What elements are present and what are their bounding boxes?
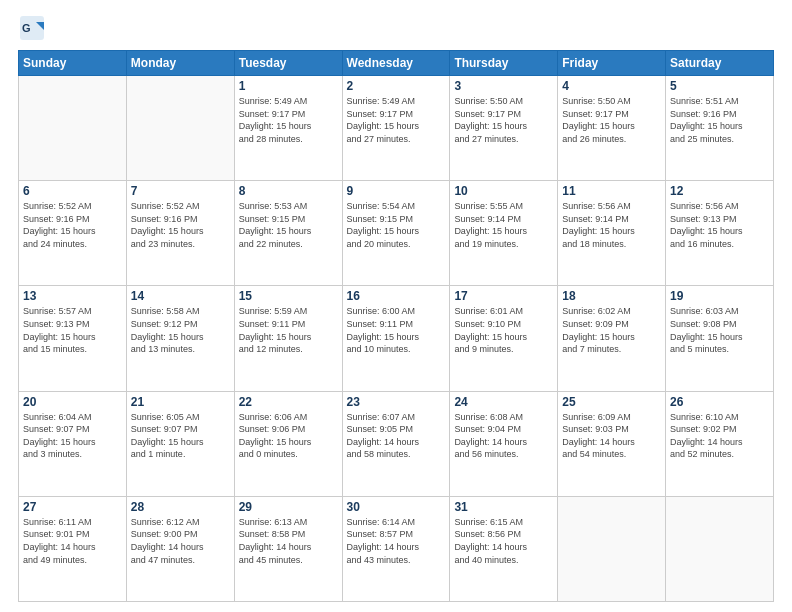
header: G [18,14,774,42]
calendar-cell: 26Sunrise: 6:10 AM Sunset: 9:02 PM Dayli… [666,391,774,496]
day-number: 14 [131,289,230,303]
calendar-cell: 31Sunrise: 6:15 AM Sunset: 8:56 PM Dayli… [450,496,558,601]
day-detail: Sunrise: 5:52 AM Sunset: 9:16 PM Dayligh… [131,200,230,250]
col-header-tuesday: Tuesday [234,51,342,76]
calendar-cell: 18Sunrise: 6:02 AM Sunset: 9:09 PM Dayli… [558,286,666,391]
day-number: 21 [131,395,230,409]
day-number: 26 [670,395,769,409]
day-number: 15 [239,289,338,303]
calendar-cell: 27Sunrise: 6:11 AM Sunset: 9:01 PM Dayli… [19,496,127,601]
day-detail: Sunrise: 6:04 AM Sunset: 9:07 PM Dayligh… [23,411,122,461]
day-number: 16 [347,289,446,303]
day-detail: Sunrise: 6:01 AM Sunset: 9:10 PM Dayligh… [454,305,553,355]
calendar-cell [19,76,127,181]
calendar-cell [666,496,774,601]
day-number: 3 [454,79,553,93]
day-detail: Sunrise: 5:54 AM Sunset: 9:15 PM Dayligh… [347,200,446,250]
day-detail: Sunrise: 5:57 AM Sunset: 9:13 PM Dayligh… [23,305,122,355]
day-number: 31 [454,500,553,514]
calendar-cell: 3Sunrise: 5:50 AM Sunset: 9:17 PM Daylig… [450,76,558,181]
day-detail: Sunrise: 5:52 AM Sunset: 9:16 PM Dayligh… [23,200,122,250]
day-number: 9 [347,184,446,198]
day-detail: Sunrise: 6:02 AM Sunset: 9:09 PM Dayligh… [562,305,661,355]
calendar-cell: 17Sunrise: 6:01 AM Sunset: 9:10 PM Dayli… [450,286,558,391]
calendar-cell: 14Sunrise: 5:58 AM Sunset: 9:12 PM Dayli… [126,286,234,391]
day-detail: Sunrise: 6:13 AM Sunset: 8:58 PM Dayligh… [239,516,338,566]
days-header-row: SundayMondayTuesdayWednesdayThursdayFrid… [19,51,774,76]
day-detail: Sunrise: 6:11 AM Sunset: 9:01 PM Dayligh… [23,516,122,566]
day-detail: Sunrise: 6:07 AM Sunset: 9:05 PM Dayligh… [347,411,446,461]
day-number: 4 [562,79,661,93]
calendar-cell [558,496,666,601]
logo-icon: G [18,14,46,42]
week-row-3: 13Sunrise: 5:57 AM Sunset: 9:13 PM Dayli… [19,286,774,391]
week-row-2: 6Sunrise: 5:52 AM Sunset: 9:16 PM Daylig… [19,181,774,286]
col-header-thursday: Thursday [450,51,558,76]
day-number: 12 [670,184,769,198]
logo: G [18,14,50,42]
day-detail: Sunrise: 5:50 AM Sunset: 9:17 PM Dayligh… [562,95,661,145]
calendar-cell: 24Sunrise: 6:08 AM Sunset: 9:04 PM Dayli… [450,391,558,496]
day-detail: Sunrise: 6:06 AM Sunset: 9:06 PM Dayligh… [239,411,338,461]
day-number: 10 [454,184,553,198]
calendar-cell: 8Sunrise: 5:53 AM Sunset: 9:15 PM Daylig… [234,181,342,286]
col-header-monday: Monday [126,51,234,76]
calendar-cell: 4Sunrise: 5:50 AM Sunset: 9:17 PM Daylig… [558,76,666,181]
day-detail: Sunrise: 6:03 AM Sunset: 9:08 PM Dayligh… [670,305,769,355]
day-detail: Sunrise: 5:56 AM Sunset: 9:13 PM Dayligh… [670,200,769,250]
calendar-cell: 2Sunrise: 5:49 AM Sunset: 9:17 PM Daylig… [342,76,450,181]
calendar-cell: 20Sunrise: 6:04 AM Sunset: 9:07 PM Dayli… [19,391,127,496]
day-number: 17 [454,289,553,303]
day-number: 1 [239,79,338,93]
svg-text:G: G [22,22,31,34]
day-number: 29 [239,500,338,514]
calendar-cell [126,76,234,181]
page: G SundayMondayTuesdayWednesdayThursdayFr… [0,0,792,612]
calendar-cell: 6Sunrise: 5:52 AM Sunset: 9:16 PM Daylig… [19,181,127,286]
calendar-cell: 28Sunrise: 6:12 AM Sunset: 9:00 PM Dayli… [126,496,234,601]
day-number: 5 [670,79,769,93]
day-number: 11 [562,184,661,198]
calendar-cell: 11Sunrise: 5:56 AM Sunset: 9:14 PM Dayli… [558,181,666,286]
day-detail: Sunrise: 5:51 AM Sunset: 9:16 PM Dayligh… [670,95,769,145]
calendar-cell: 29Sunrise: 6:13 AM Sunset: 8:58 PM Dayli… [234,496,342,601]
day-number: 7 [131,184,230,198]
week-row-5: 27Sunrise: 6:11 AM Sunset: 9:01 PM Dayli… [19,496,774,601]
calendar-cell: 9Sunrise: 5:54 AM Sunset: 9:15 PM Daylig… [342,181,450,286]
day-detail: Sunrise: 5:53 AM Sunset: 9:15 PM Dayligh… [239,200,338,250]
day-number: 20 [23,395,122,409]
calendar-cell: 1Sunrise: 5:49 AM Sunset: 9:17 PM Daylig… [234,76,342,181]
calendar-cell: 25Sunrise: 6:09 AM Sunset: 9:03 PM Dayli… [558,391,666,496]
calendar-cell: 5Sunrise: 5:51 AM Sunset: 9:16 PM Daylig… [666,76,774,181]
day-detail: Sunrise: 6:14 AM Sunset: 8:57 PM Dayligh… [347,516,446,566]
calendar-cell: 15Sunrise: 5:59 AM Sunset: 9:11 PM Dayli… [234,286,342,391]
day-detail: Sunrise: 6:08 AM Sunset: 9:04 PM Dayligh… [454,411,553,461]
col-header-sunday: Sunday [19,51,127,76]
calendar-cell: 10Sunrise: 5:55 AM Sunset: 9:14 PM Dayli… [450,181,558,286]
day-number: 24 [454,395,553,409]
calendar-cell: 7Sunrise: 5:52 AM Sunset: 9:16 PM Daylig… [126,181,234,286]
calendar-cell: 23Sunrise: 6:07 AM Sunset: 9:05 PM Dayli… [342,391,450,496]
day-number: 18 [562,289,661,303]
calendar-cell: 21Sunrise: 6:05 AM Sunset: 9:07 PM Dayli… [126,391,234,496]
day-detail: Sunrise: 5:49 AM Sunset: 9:17 PM Dayligh… [239,95,338,145]
day-detail: Sunrise: 5:59 AM Sunset: 9:11 PM Dayligh… [239,305,338,355]
col-header-wednesday: Wednesday [342,51,450,76]
col-header-friday: Friday [558,51,666,76]
calendar-table: SundayMondayTuesdayWednesdayThursdayFrid… [18,50,774,602]
day-detail: Sunrise: 5:58 AM Sunset: 9:12 PM Dayligh… [131,305,230,355]
day-detail: Sunrise: 6:15 AM Sunset: 8:56 PM Dayligh… [454,516,553,566]
calendar-cell: 22Sunrise: 6:06 AM Sunset: 9:06 PM Dayli… [234,391,342,496]
day-detail: Sunrise: 5:50 AM Sunset: 9:17 PM Dayligh… [454,95,553,145]
day-number: 2 [347,79,446,93]
calendar-cell: 30Sunrise: 6:14 AM Sunset: 8:57 PM Dayli… [342,496,450,601]
week-row-4: 20Sunrise: 6:04 AM Sunset: 9:07 PM Dayli… [19,391,774,496]
day-number: 6 [23,184,122,198]
day-number: 23 [347,395,446,409]
col-header-saturday: Saturday [666,51,774,76]
calendar-cell: 12Sunrise: 5:56 AM Sunset: 9:13 PM Dayli… [666,181,774,286]
day-detail: Sunrise: 6:05 AM Sunset: 9:07 PM Dayligh… [131,411,230,461]
day-number: 22 [239,395,338,409]
day-detail: Sunrise: 6:12 AM Sunset: 9:00 PM Dayligh… [131,516,230,566]
day-number: 27 [23,500,122,514]
